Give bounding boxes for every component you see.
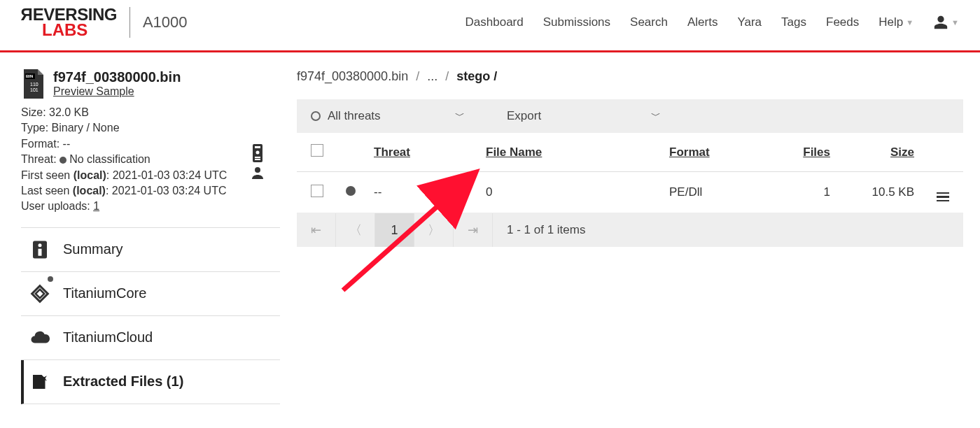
- filter-bar: All threats ﹀ Export ﹀: [297, 99, 963, 133]
- side-nav: Summary TitaniumCore TitaniumCloud Extra…: [21, 227, 280, 404]
- upload-user-icon: [251, 166, 265, 179]
- svg-text:101: 101: [30, 87, 38, 92]
- chevron-down-icon: ﹀: [651, 110, 661, 122]
- meta-threat: No classification: [69, 153, 150, 165]
- logo-block: REVERSING LABS A1000: [21, 7, 188, 38]
- info-icon: [29, 239, 50, 260]
- nav-tags[interactable]: Tags: [781, 15, 806, 29]
- meta-size: 32.0 KB: [49, 106, 89, 118]
- svg-rect-7: [255, 157, 260, 158]
- meta-type: Binary / None: [52, 122, 120, 134]
- meta-firstseen-label: First seen: [21, 169, 74, 181]
- cell-format: PE/Dll: [669, 185, 774, 199]
- circle-icon: [311, 111, 321, 121]
- file-header: BIN110101 f974f_00380000.bin Preview Sam…: [21, 69, 280, 101]
- file-meta: Size: 32.0 KB Type: Binary / None Format…: [21, 105, 280, 215]
- nav-alerts[interactable]: Alerts: [687, 15, 718, 29]
- sidenav-titaniumcloud[interactable]: TitaniumCloud: [21, 316, 280, 360]
- nav-feeds[interactable]: Feeds: [826, 15, 859, 29]
- svg-point-9: [255, 167, 260, 173]
- header-format[interactable]: Format: [669, 145, 710, 159]
- pager-last[interactable]: ⇥: [454, 213, 493, 247]
- meta-format-label: Format:: [21, 138, 59, 150]
- nav-dashboard[interactable]: Dashboard: [465, 15, 524, 29]
- cell-files: 1: [774, 185, 830, 199]
- header-threat[interactable]: Threat: [374, 145, 410, 159]
- svg-point-10: [38, 243, 42, 247]
- cloud-icon: [29, 327, 50, 348]
- nav-yara[interactable]: Yara: [737, 15, 762, 29]
- chevron-down-icon: ﹀: [455, 110, 465, 122]
- extract-icon: [29, 371, 50, 392]
- filter-all-threats-label: All threats: [328, 109, 381, 123]
- top-nav: Dashboard Submissions Search Alerts Yara…: [465, 15, 959, 30]
- svg-rect-5: [255, 146, 260, 148]
- threat-dot-icon: [59, 157, 66, 164]
- row-actions-menu[interactable]: [937, 192, 949, 202]
- cell-threat: --: [374, 185, 486, 199]
- filter-all-threats[interactable]: All threats ﹀: [311, 109, 465, 123]
- meta-type-label: Type:: [21, 122, 48, 134]
- meta-firstseen: : 2021-01-03 03:24 UTC: [106, 169, 227, 181]
- sidenav-summary-label: Summary: [63, 241, 123, 257]
- header-files[interactable]: Files: [803, 145, 830, 159]
- diamond-icon: [29, 283, 50, 304]
- meta-firstseen-scope: (local): [74, 169, 106, 181]
- meta-uploads-label: User uploads:: [21, 200, 93, 212]
- cell-filename: 0: [486, 185, 669, 199]
- svg-rect-8: [255, 159, 260, 160]
- pager-prev[interactable]: 〈: [336, 213, 375, 247]
- breadcrumb-sep: /: [416, 69, 419, 83]
- breadcrumb: f974f_00380000.bin / ... / stego /: [297, 69, 963, 84]
- sidenav-core-label: TitaniumCore: [63, 285, 146, 301]
- files-table: Threat File Name Format Files Size -- 0 …: [297, 133, 963, 247]
- row-checkbox[interactable]: [311, 185, 323, 197]
- pager-next[interactable]: 〉: [414, 213, 454, 247]
- cell-size: 10.5 KB: [830, 185, 914, 199]
- filter-export[interactable]: Export ﹀: [507, 109, 661, 123]
- filter-export-label: Export: [507, 109, 541, 123]
- meta-threat-label: Threat:: [21, 153, 57, 165]
- nav-help-label: Help: [878, 15, 903, 29]
- breadcrumb-mid[interactable]: ...: [427, 69, 438, 83]
- meta-lastseen: : 2021-01-03 03:24 UTC: [106, 185, 227, 197]
- breadcrumb-leaf: stego /: [456, 69, 497, 83]
- header-filename[interactable]: File Name: [486, 145, 542, 159]
- logo-divider: [130, 7, 130, 38]
- meta-lastseen-label: Last seen: [21, 185, 73, 197]
- sidebar: BIN110101 f974f_00380000.bin Preview Sam…: [0, 52, 280, 404]
- product-name: A1000: [143, 13, 188, 31]
- chevron-down-icon: ▼: [906, 18, 913, 27]
- pager: ⇤ 〈 1 〉 ⇥ 1 - 1 of 1 items: [297, 213, 963, 247]
- breadcrumb-root[interactable]: f974f_00380000.bin: [297, 69, 408, 83]
- chevron-down-icon: ▼: [951, 18, 959, 27]
- pager-page[interactable]: 1: [375, 213, 414, 247]
- sidenav-summary[interactable]: Summary: [21, 228, 280, 272]
- nav-help[interactable]: Help ▼: [878, 15, 913, 29]
- meta-uploads[interactable]: 1: [93, 200, 99, 212]
- content: f974f_00380000.bin / ... / stego / All t…: [280, 52, 980, 404]
- threat-dot-icon: [346, 186, 356, 196]
- select-all-checkbox[interactable]: [311, 144, 323, 157]
- sidenav-titaniumcore[interactable]: TitaniumCore: [21, 272, 280, 316]
- main: BIN110101 f974f_00380000.bin Preview Sam…: [0, 52, 980, 404]
- svg-rect-11: [38, 248, 42, 255]
- app-header: REVERSING LABS A1000 Dashboard Submissio…: [0, 0, 980, 52]
- user-menu[interactable]: ▼: [933, 15, 959, 30]
- header-size[interactable]: Size: [890, 145, 914, 159]
- preview-sample-link[interactable]: Preview Sample: [53, 85, 134, 97]
- svg-text:110: 110: [30, 82, 38, 87]
- pager-first[interactable]: ⇤: [297, 213, 336, 247]
- notification-dot-icon: [48, 276, 53, 282]
- sidenav-extracted-files[interactable]: Extracted Files (1): [21, 360, 280, 404]
- sidenav-cloud-label: TitaniumCloud: [63, 329, 153, 345]
- server-icon: [251, 144, 265, 165]
- meta-format: --: [63, 138, 71, 150]
- nav-submissions[interactable]: Submissions: [543, 15, 610, 29]
- file-name: f974f_00380000.bin: [53, 69, 181, 85]
- svg-point-6: [256, 151, 260, 155]
- pager-summary: 1 - 1 of 1 items: [507, 223, 585, 237]
- nav-search[interactable]: Search: [630, 15, 668, 29]
- bin-file-icon: BIN110101: [21, 69, 46, 101]
- table-row[interactable]: -- 0 PE/Dll 1 10.5 KB: [297, 172, 963, 213]
